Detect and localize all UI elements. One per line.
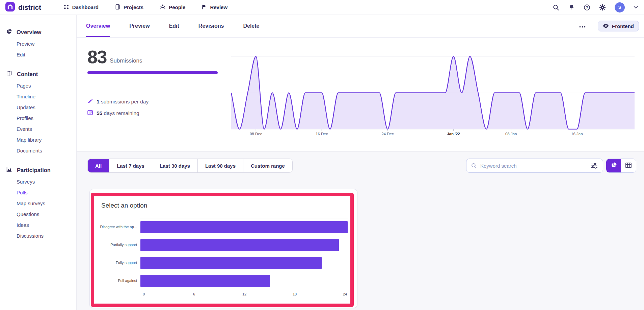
- submissions-count-label: Submissions: [110, 57, 142, 66]
- sidebar-item-content[interactable]: Content: [0, 68, 76, 80]
- search-icon: [471, 163, 477, 169]
- sidebar-section-label: Content: [17, 71, 38, 77]
- sidebar-item-pages[interactable]: Pages: [0, 80, 76, 91]
- keyword-search-box: [466, 159, 603, 173]
- frontend-button[interactable]: Frontend: [598, 21, 639, 31]
- tab-overview[interactable]: Overview: [86, 15, 110, 37]
- x-tick-label: 0: [143, 292, 145, 296]
- x-tick-label: 08 Dec: [244, 132, 268, 136]
- nav-label: Projects: [124, 4, 143, 10]
- x-tick-label: 18: [293, 292, 297, 296]
- filter-sliders-icon[interactable]: [585, 159, 603, 172]
- projects-journal-icon: [115, 4, 120, 11]
- app-root: district Dashboard Projects People Revie…: [0, 0, 644, 310]
- date-range-filter: All Last 7 days Last 30 days Last 90 day…: [87, 159, 293, 173]
- table-icon: [625, 163, 632, 169]
- x-tick-label: 16 Jan: [565, 132, 589, 136]
- sidebar-item-documents[interactable]: Documents: [0, 145, 76, 156]
- x-tick-label: 12: [242, 292, 246, 296]
- tab-delete[interactable]: Delete: [243, 15, 259, 37]
- sidebar-section-participation: Participation Surveys Polls Map surveys …: [0, 164, 76, 241]
- sidebar-item-profiles[interactable]: Profiles: [0, 113, 76, 123]
- bar-track: [140, 254, 348, 272]
- bar-row: Full against: [94, 272, 348, 290]
- pie-chart-icon: [611, 162, 617, 169]
- sidebar-item-map-surveys[interactable]: Map surveys: [0, 198, 76, 209]
- chevron-down-icon[interactable]: [634, 6, 638, 9]
- overview-section: 83 Submissions 1 submissions per day 55 …: [77, 38, 644, 151]
- bar-chart-x-axis: 0 6 12 18 24: [144, 290, 345, 299]
- bar[interactable]: [140, 239, 339, 251]
- bar-category-label: Full against: [94, 279, 140, 283]
- user-avatar[interactable]: S: [615, 2, 625, 13]
- pencil-icon: [87, 98, 93, 105]
- sidebar-item-timeline[interactable]: Timeline: [0, 91, 76, 102]
- sidebar-item-updates[interactable]: Updates: [0, 102, 76, 113]
- notifications-bell-icon[interactable]: [568, 4, 575, 11]
- filter-bar: All Last 7 days Last 30 days Last 90 day…: [87, 159, 636, 173]
- sidebar-item-overview[interactable]: Overview: [0, 26, 76, 38]
- sidebar-item-ideas[interactable]: Ideas: [0, 219, 76, 230]
- book-icon: [6, 70, 12, 78]
- pie-chart-icon: [6, 29, 12, 36]
- sidebar-item-polls[interactable]: Polls: [0, 187, 76, 198]
- tab-edit[interactable]: Edit: [169, 15, 179, 37]
- bar[interactable]: [140, 257, 322, 269]
- brand[interactable]: district: [5, 2, 41, 13]
- sidebar-item-preview[interactable]: Preview: [0, 38, 76, 49]
- x-tick-label: 6: [193, 292, 195, 296]
- dashboard-grid-icon: [63, 4, 69, 11]
- bar-track: [140, 272, 348, 290]
- range-custom-button[interactable]: Custom range: [243, 159, 292, 172]
- nav-item-people[interactable]: People: [160, 4, 185, 11]
- frontend-label: Frontend: [612, 23, 634, 29]
- days-label: days remaining: [104, 110, 139, 116]
- chart-view-button[interactable]: [606, 159, 621, 172]
- sidebar-item-discussions[interactable]: Discussions: [0, 230, 76, 241]
- table-view-button[interactable]: [621, 159, 636, 172]
- bar[interactable]: [140, 275, 270, 287]
- range-90days-button[interactable]: Last 90 days: [198, 159, 243, 172]
- nav-item-review[interactable]: Review: [202, 4, 227, 11]
- help-icon[interactable]: ?: [584, 4, 590, 11]
- sidebar-item-surveys[interactable]: Surveys: [0, 176, 76, 187]
- topbar-actions: ? S: [553, 2, 638, 13]
- tab-revisions[interactable]: Revisions: [198, 15, 224, 37]
- sidebar-item-participation[interactable]: Participation: [0, 164, 76, 176]
- nav-item-dashboard[interactable]: Dashboard: [63, 4, 99, 11]
- sidebar-item-map-library[interactable]: Map library: [0, 134, 76, 145]
- sidebar-item-events[interactable]: Events: [0, 123, 76, 134]
- area-chart-x-axis: 08 Dec16 Dec24 DecJan '2208 Jan16 Jan: [231, 132, 635, 138]
- search-icon[interactable]: [553, 4, 559, 11]
- calendar-grid-icon: [87, 110, 93, 117]
- nav-item-projects[interactable]: Projects: [115, 4, 143, 11]
- sidebar-item-edit[interactable]: Edit: [0, 49, 76, 60]
- poll-bar-chart: Disagree with the ap... Partially suppor…: [94, 218, 350, 299]
- submissions-count: 83: [87, 48, 107, 66]
- range-all-button[interactable]: All: [88, 159, 109, 172]
- svg-text:?: ?: [586, 5, 588, 9]
- rate-stat-row: 1 submissions per day: [87, 98, 219, 105]
- view-toggle: [606, 159, 636, 173]
- range-7days-button[interactable]: Last 7 days: [109, 159, 152, 172]
- district-logo-icon: [5, 2, 15, 13]
- submissions-stats: 83 Submissions 1 submissions per day 55 …: [87, 47, 219, 117]
- sidebar-item-questions[interactable]: Questions: [0, 209, 76, 219]
- review-flag-icon: [202, 4, 207, 11]
- people-icon: [160, 4, 166, 11]
- bar-track: [140, 218, 348, 236]
- bar-row: Partially support: [94, 236, 348, 254]
- top-navigation: Dashboard Projects People Review: [63, 4, 227, 11]
- settings-gear-icon[interactable]: [599, 4, 606, 11]
- bar[interactable]: [140, 221, 348, 233]
- sidebar-section-overview: Overview Preview Edit: [0, 26, 76, 60]
- x-tick-label: 16 Dec: [310, 132, 333, 136]
- keyword-search-input[interactable]: [480, 163, 585, 169]
- nav-label: Dashboard: [72, 4, 99, 10]
- poll-question-title: Select an option: [94, 196, 350, 209]
- more-options-button[interactable]: [577, 21, 588, 31]
- range-30days-button[interactable]: Last 30 days: [152, 159, 198, 172]
- highlight-frame: Select an option Disagree with the ap...…: [91, 193, 354, 307]
- tab-preview[interactable]: Preview: [129, 15, 150, 37]
- nav-label: People: [169, 4, 185, 10]
